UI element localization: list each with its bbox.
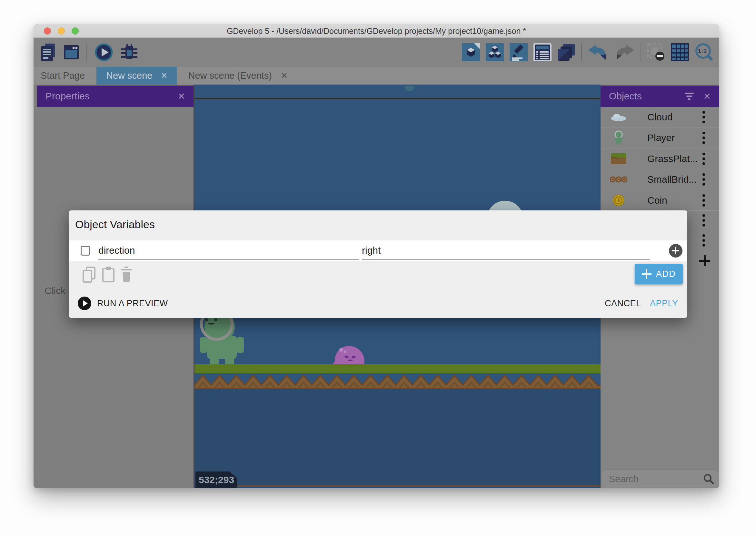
slime-spot (344, 351, 346, 353)
variable-actions (83, 267, 132, 284)
object-name: Cloud (647, 107, 672, 127)
object-menu-icon[interactable] (702, 132, 705, 144)
tab-bar: Start Page New scene ✕ New scene (Events… (34, 67, 719, 85)
object-menu-icon[interactable] (702, 153, 705, 165)
search-input[interactable] (609, 470, 693, 488)
window-title: GDevelop 5 - /Users/david/Documents/GDev… (34, 24, 719, 38)
cloud-thumbnail-icon (610, 113, 628, 121)
cursor-coordinates-badge: 532;293 (196, 472, 237, 488)
object-name: Coin (647, 190, 667, 210)
dirt-zigzag (195, 373, 601, 389)
close-icon[interactable]: ✕ (178, 91, 194, 102)
object-name: GrassPlat... (647, 148, 698, 169)
apply-button[interactable]: APPLY (643, 294, 685, 313)
object-menu-icon[interactable] (702, 214, 705, 227)
tab-label: New scene (106, 70, 152, 81)
object-name: SmallBrid... (647, 169, 697, 190)
add-variable-button[interactable]: ADD (635, 264, 683, 284)
properties-panel-header: Properties ✕ (37, 86, 194, 107)
objects-search-bar (602, 470, 719, 488)
scene-object-partial[interactable] (405, 86, 414, 91)
dialog-footer: RUN A PREVIEW CANCEL APPLY (69, 294, 687, 313)
add-button-label: ADD (656, 269, 676, 279)
panel-title: Objects (601, 91, 685, 102)
paste-icon[interactable] (102, 267, 115, 284)
start-page-icon[interactable] (64, 45, 79, 60)
scene-bottom-line (237, 485, 601, 487)
tab-start-page[interactable]: Start Page (34, 67, 96, 85)
run-preview-label: RUN A PREVIEW (97, 299, 168, 309)
tab-label: Start Page (41, 70, 85, 81)
lower-background (195, 389, 601, 488)
mask-icon[interactable] (647, 43, 665, 61)
variable-checkbox[interactable] (81, 246, 90, 256)
object-row-coin[interactable]: Coin (601, 190, 719, 211)
close-icon[interactable]: ✕ (703, 91, 719, 102)
run-preview-button[interactable]: RUN A PREVIEW (78, 294, 168, 313)
add-child-variable-icon[interactable] (669, 244, 682, 258)
object-row-player[interactable]: Player (601, 128, 719, 148)
add-object-icon[interactable] (699, 255, 710, 266)
app-window: GDevelop 5 - /Users/david/Documents/GDev… (34, 24, 719, 488)
slime-tail (332, 359, 337, 364)
variable-value-field[interactable] (362, 242, 650, 260)
dialog-title: Object Variables (75, 218, 155, 231)
variable-name-field[interactable] (98, 242, 359, 260)
variable-row (69, 240, 687, 262)
object-menu-icon[interactable] (702, 111, 705, 123)
search-icon[interactable] (703, 474, 714, 486)
toolbar-divider (641, 44, 641, 61)
slime-mouth (347, 359, 354, 363)
plus-icon (642, 269, 652, 279)
zoom-1-1-icon[interactable]: 1:1 (695, 43, 714, 62)
object-menu-icon[interactable] (702, 234, 705, 247)
play-icon (78, 297, 91, 310)
coin-thumbnail-icon (610, 194, 628, 207)
export-scene-icon[interactable] (462, 43, 480, 61)
close-icon[interactable]: ✕ (281, 71, 288, 80)
object-name: Player (647, 128, 675, 148)
slime-spot (339, 348, 343, 352)
close-icon[interactable]: ✕ (161, 71, 168, 80)
objects-editor-icon[interactable] (486, 43, 504, 61)
object-row-grassplatform[interactable]: GrassPlat... (601, 148, 719, 169)
panel-title: Properties (37, 91, 178, 102)
toolbar-left-group (41, 38, 138, 67)
tab-label: New scene (Events) (188, 70, 272, 81)
player-arm (200, 337, 207, 353)
titlebar[interactable]: GDevelop 5 - /Users/david/Documents/GDev… (34, 24, 719, 38)
player-arm (237, 337, 244, 353)
instances-list-icon[interactable] (533, 43, 551, 61)
play-preview-icon[interactable] (95, 43, 113, 61)
tab-new-scene-events[interactable]: New scene (Events) ✕ (177, 67, 297, 85)
cancel-button[interactable]: CANCEL (598, 294, 648, 313)
toolbar-divider (581, 44, 582, 61)
redo-icon[interactable] (614, 45, 635, 60)
grid-icon[interactable] (671, 43, 689, 61)
filter-icon[interactable] (685, 93, 694, 100)
object-row-cloud[interactable]: Cloud (601, 107, 719, 128)
debug-icon[interactable] (121, 43, 138, 61)
grass-platform[interactable] (195, 364, 601, 373)
game-window-border (195, 98, 601, 99)
copy-icon[interactable] (83, 267, 96, 284)
player-thumbnail-icon (610, 130, 628, 145)
layers-icon[interactable] (557, 43, 575, 61)
project-manager-icon[interactable] (41, 44, 56, 61)
delete-icon[interactable] (121, 267, 132, 283)
small-bridge-thumbnail-icon (610, 176, 628, 183)
undo-icon[interactable] (587, 45, 608, 60)
object-menu-icon[interactable] (702, 173, 705, 186)
toolbar-right-group: 1:1 (462, 38, 714, 67)
main-toolbar: 1:1 (34, 38, 719, 67)
enemy-slime-object[interactable] (332, 346, 366, 364)
object-row-smallbridge[interactable]: SmallBrid... (601, 169, 719, 190)
object-variables-dialog: Object Variables (69, 210, 687, 318)
properties-edit-icon[interactable] (510, 43, 528, 61)
tab-new-scene[interactable]: New scene ✕ (96, 67, 177, 85)
zoom-ratio-label: 1:1 (698, 48, 707, 54)
grass-platform-thumbnail-icon (610, 153, 628, 164)
toolbar-divider (87, 44, 87, 61)
object-menu-icon[interactable] (702, 194, 705, 207)
objects-panel-header: Objects ✕ (601, 86, 719, 107)
